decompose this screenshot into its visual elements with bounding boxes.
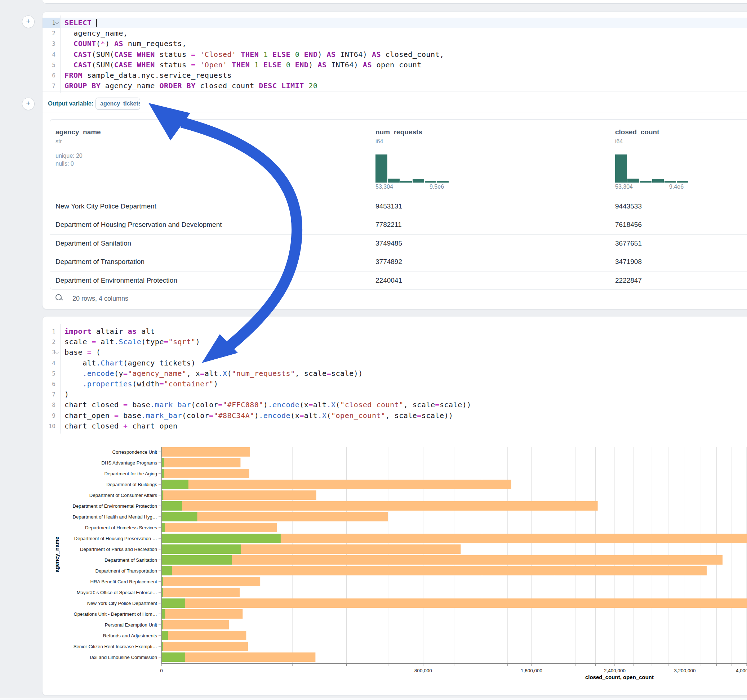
- x-axis-title: closed_count, open_count: [585, 674, 654, 680]
- table-row: New York City Police Department945313194…: [50, 197, 747, 216]
- y-tick-label: Department of Health and Mental Hyg…: [73, 514, 157, 520]
- y-tick-label: Mayorâ€ s Office of Special Enforce…: [77, 590, 157, 595]
- table-cell: 7782211: [375, 221, 402, 229]
- bar-open-count: [162, 566, 172, 575]
- fold-chevron-icon[interactable]: [55, 21, 59, 24]
- code-line: 7GROUP BY agency_name ORDER BY closed_co…: [42, 81, 747, 91]
- bar-closed-count: [162, 480, 511, 489]
- line-number: 3: [42, 39, 60, 49]
- code-line: 5 .encode(y="agency_name", x=alt.X("num_…: [42, 368, 747, 379]
- histogram-bar: [677, 181, 689, 183]
- table-row: Department of Environmental Protection22…: [50, 272, 747, 290]
- table-cell: 7618456: [615, 221, 642, 229]
- table-row: Department of Transportation377489234719…: [50, 253, 747, 271]
- bar-open-count: [162, 652, 185, 662]
- x-tick-label: 0: [160, 668, 163, 673]
- histogram-bar: [388, 179, 400, 183]
- notebook-page: { "sql_cell": { "output_label": "Output …: [0, 0, 747, 700]
- histogram-bar: [413, 179, 425, 183]
- bar-closed-count: [162, 458, 240, 468]
- code-line: 7): [42, 389, 747, 400]
- table-cell: Department of Environmental Protection: [56, 276, 177, 284]
- bar-closed-count: [162, 566, 707, 575]
- sql-cell: 1SELECT 2 agency_name,3 COUNT(*) AS num_…: [42, 12, 747, 309]
- code-line: 10chart_closed + chart_open: [42, 421, 747, 431]
- divider: [42, 112, 747, 112]
- table-cell: 3749485: [375, 240, 402, 247]
- x-tick-label: 2,400,000: [604, 668, 626, 673]
- line-number: 9: [42, 410, 60, 421]
- bar-open-count: [162, 599, 185, 608]
- altair-bar-chart: 0800,0001,600,0002,400,0003,200,0004,000…: [0, 441, 747, 693]
- bar-open-count: [162, 631, 168, 640]
- y-tick-label: Department for the Aging: [104, 471, 157, 477]
- histogram-bar: [375, 154, 387, 183]
- histogram-bar: [652, 179, 664, 183]
- column-type: i64: [615, 138, 623, 145]
- add-cell-button-middle[interactable]: +: [22, 98, 35, 110]
- code-line: 2 agency_name,: [42, 28, 747, 39]
- table-row: Department of Housing Preservation and D…: [50, 216, 747, 234]
- y-tick-label: Senior Citizen Rent Increase Exempti…: [74, 644, 157, 649]
- histogram-bar: [640, 181, 652, 183]
- plus-icon: +: [26, 17, 30, 25]
- bar-closed-count: [162, 599, 747, 608]
- y-tick-label: Department of Consumer Affairs: [89, 493, 157, 498]
- column-type: str: [56, 138, 62, 145]
- column-header[interactable]: closed_count: [615, 128, 659, 136]
- code-line: 1import altair as alt: [42, 326, 747, 337]
- bar-open-count: [162, 480, 189, 489]
- bar-open-count: [162, 490, 163, 500]
- bar-closed-count: [162, 523, 277, 532]
- histogram-max-label: 9.4e6: [669, 184, 683, 190]
- y-axis-title: agency_name: [54, 537, 60, 572]
- y-tick-label: Department of Buildings: [106, 482, 157, 487]
- plus-icon: +: [26, 99, 30, 107]
- add-cell-button-top[interactable]: +: [22, 15, 35, 28]
- bar-closed-count: [162, 642, 248, 651]
- x-tick-label: 1,600,000: [521, 668, 542, 673]
- line-number: 1: [42, 326, 60, 337]
- histogram-bar: [400, 181, 412, 183]
- search-icon[interactable]: [55, 294, 63, 302]
- y-tick-label: HRA Benefit Card Replacement: [91, 579, 157, 584]
- y-tick-label: Department of Sanitation: [104, 557, 157, 563]
- y-tick-label: Taxi and Limousine Commission: [89, 655, 157, 660]
- code-line: 3 COUNT(*) AS num_requests,: [42, 39, 747, 49]
- y-tick-label: Department of Housing Preservation …: [74, 536, 157, 541]
- x-tick-label: 3,200,000: [674, 668, 696, 673]
- fold-chevron-icon[interactable]: [55, 350, 59, 354]
- bar-closed-count: [162, 447, 250, 457]
- table-cell: 3471908: [615, 258, 642, 266]
- bar-closed-count: [162, 609, 242, 619]
- column-type: i64: [375, 138, 383, 145]
- bar-closed-count: [162, 588, 240, 597]
- column-header[interactable]: num_requests: [375, 128, 422, 136]
- y-tick-label: New York City Police Department: [87, 600, 157, 606]
- line-number: 6: [42, 70, 60, 81]
- table-cell: Department of Sanitation: [56, 240, 131, 247]
- column-histogram: [375, 154, 449, 183]
- column-stats: unique: 20: [56, 153, 83, 159]
- bar-open-count: [162, 469, 164, 478]
- y-tick-label: Personal Exemption Unit: [105, 622, 157, 628]
- bar-open-count: [162, 534, 281, 543]
- column-histogram: [615, 154, 689, 183]
- text-cursor: [96, 19, 97, 27]
- code-line: 4 CAST(SUM(CASE WHEN status = 'Closed' T…: [42, 49, 747, 60]
- python-editor[interactable]: 1import altair as alt2scale = alt.Scale(…: [42, 326, 747, 431]
- search-stem: [60, 298, 63, 300]
- histogram-min-label: 53,304: [375, 184, 393, 190]
- result-table: agency_namestrunique: 20nulls: 0num_requ…: [50, 119, 747, 290]
- output-variable-pill[interactable]: agency_tickets: [95, 98, 140, 110]
- line-number: 6: [42, 379, 60, 389]
- table-cell: 2240041: [375, 276, 402, 284]
- table-cell: New York City Police Department: [56, 202, 156, 210]
- search-lens: [56, 294, 62, 300]
- line-number: 5: [42, 368, 60, 379]
- sql-editor[interactable]: 1SELECT 2 agency_name,3 COUNT(*) AS num_…: [42, 18, 747, 91]
- y-tick-label: Operations Unit - Department of Hom…: [74, 611, 157, 617]
- bar-closed-count: [162, 501, 598, 511]
- column-header[interactable]: agency_name: [56, 128, 101, 136]
- code-line: 2scale = alt.Scale(type="sqrt"): [42, 337, 747, 347]
